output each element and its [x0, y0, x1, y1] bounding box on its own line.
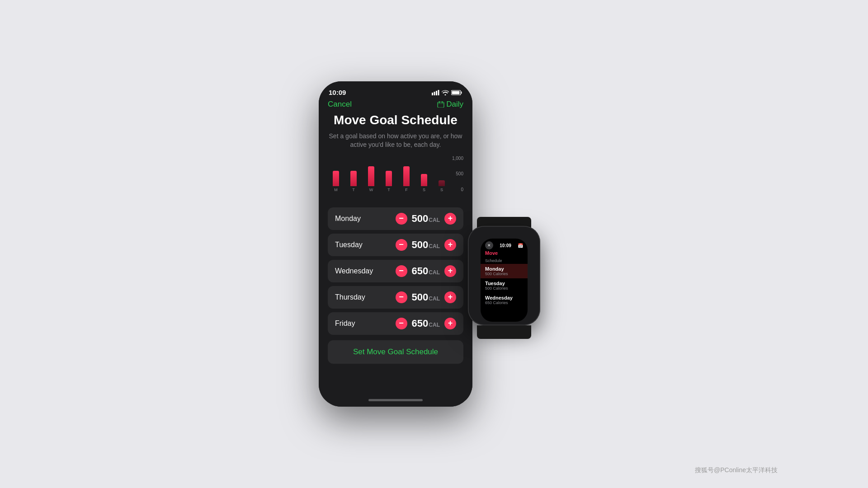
bar-sunday: S: [434, 156, 450, 192]
svg-rect-6: [452, 91, 460, 94]
chart-label-500: 500: [456, 171, 463, 176]
wednesday-increase-button[interactable]: +: [444, 265, 456, 277]
friday-label: Friday: [335, 319, 355, 328]
watch-move-label: Move: [481, 250, 528, 258]
friday-increase-button[interactable]: +: [444, 318, 456, 329]
wednesday-value: 650: [412, 265, 429, 277]
watch-schedule-list: Monday 500 Calories Tuesday 500 Calories…: [481, 264, 528, 322]
tuesday-label: Tuesday: [335, 241, 363, 249]
watch-close-button[interactable]: ✕: [485, 241, 493, 249]
friday-calories: − 650 CAL +: [396, 318, 456, 329]
watch-screen: ✕ 10:09 📅 Move Schedule Monday 500 Calor…: [481, 239, 528, 322]
thursday-value: 500: [412, 291, 429, 303]
bar-thursday: T: [381, 156, 397, 192]
monday-unit: CAL: [429, 217, 440, 223]
tuesday-decrease-button[interactable]: −: [396, 239, 407, 251]
status-bar: 10:09: [319, 83, 472, 98]
tuesday-calories: − 500 CAL +: [396, 239, 456, 251]
friday-unit: CAL: [429, 322, 440, 328]
svg-rect-9: [442, 101, 443, 103]
watch-status-bar: ✕ 10:09 📅: [481, 239, 528, 250]
svg-rect-2: [436, 91, 437, 95]
nav-bar: Cancel Daily: [319, 98, 472, 113]
wednesday-calories: − 650 CAL +: [396, 265, 456, 277]
chart-bars: M T W T: [328, 156, 450, 192]
status-time: 10:09: [329, 89, 346, 96]
status-icons: [432, 90, 462, 95]
bar-wednesday: W: [363, 156, 379, 192]
svg-rect-3: [438, 90, 439, 95]
daily-label: Daily: [446, 100, 463, 109]
scene: 10:09: [319, 81, 549, 407]
chart-label-1000: 1,000: [452, 156, 463, 161]
thursday-increase-button[interactable]: +: [444, 291, 456, 303]
wednesday-row: Wednesday − 650 CAL +: [328, 260, 463, 282]
thursday-decrease-button[interactable]: −: [396, 291, 407, 303]
tuesday-unit: CAL: [429, 243, 440, 249]
page-title: Move Goal Schedule: [328, 113, 463, 127]
monday-calories: − 500 CAL +: [396, 213, 456, 225]
watch-monday-day: Monday: [485, 266, 523, 272]
chart-label-0: 0: [461, 187, 463, 192]
signal-icon: [432, 90, 439, 95]
page-subtitle: Set a goal based on how active you are, …: [328, 132, 463, 150]
iphone: 10:09: [319, 81, 472, 407]
home-bar: [368, 399, 423, 401]
watch-calendar-icon: 📅: [518, 243, 523, 248]
watch-time: 10:09: [500, 243, 511, 248]
apple-watch: ✕ 10:09 📅 Move Schedule Monday 500 Calor…: [459, 217, 549, 325]
svg-rect-5: [461, 91, 462, 94]
monday-row: Monday − 500 CAL +: [328, 207, 463, 230]
friday-row: Friday − 650 CAL +: [328, 312, 463, 335]
chart-y-labels: 1,000 500 0: [452, 156, 463, 192]
daily-toggle[interactable]: Daily: [437, 100, 463, 109]
bar-monday: M: [328, 156, 344, 192]
svg-rect-10: [438, 103, 444, 104]
watch-tuesday-cal: 500 Calories: [485, 286, 523, 291]
watch-schedule-label: Schedule: [481, 258, 528, 264]
monday-decrease-button[interactable]: −: [396, 213, 407, 225]
watch-wednesday-day: Wednesday: [485, 295, 523, 300]
wednesday-decrease-button[interactable]: −: [396, 265, 407, 277]
thursday-row: Thursday − 500 CAL +: [328, 286, 463, 309]
cancel-button[interactable]: Cancel: [328, 100, 352, 109]
watch-band-bottom: [477, 325, 531, 339]
svg-rect-1: [434, 92, 435, 95]
svg-rect-0: [432, 93, 433, 95]
set-move-goal-schedule-button[interactable]: Set Move Goal Schedule: [328, 340, 463, 364]
watermark: 搜狐号@PConline太平洋科技: [695, 466, 778, 474]
svg-rect-8: [439, 101, 440, 103]
tuesday-row: Tuesday − 500 CAL +: [328, 234, 463, 256]
iphone-screen: 10:09: [319, 81, 472, 407]
watch-monday-item: Monday 500 Calories: [481, 264, 528, 278]
bar-saturday: S: [416, 156, 432, 192]
thursday-label: Thursday: [335, 293, 365, 301]
thursday-calories: − 500 CAL +: [396, 291, 456, 303]
calendar-icon: [437, 101, 444, 108]
wifi-icon: [442, 90, 449, 95]
watch-tuesday-item: Tuesday 500 Calories: [481, 278, 528, 293]
watch-monday-cal: 500 Calories: [485, 272, 523, 276]
watch-wednesday-cal: 650 Calories: [485, 300, 523, 305]
watch-wednesday-item: Wednesday 650 Calories: [481, 293, 528, 307]
bar-friday: F: [398, 156, 415, 192]
wednesday-label: Wednesday: [335, 267, 373, 275]
monday-label: Monday: [335, 215, 361, 223]
battery-icon: [451, 90, 462, 95]
bar-tuesday: T: [345, 156, 362, 192]
watch-tuesday-day: Tuesday: [485, 281, 523, 286]
tuesday-increase-button[interactable]: +: [444, 239, 456, 251]
thursday-unit: CAL: [429, 296, 440, 302]
monday-increase-button[interactable]: +: [444, 213, 456, 225]
tuesday-value: 500: [412, 239, 429, 251]
monday-value: 500: [412, 213, 429, 225]
watch-case: ✕ 10:09 📅 Move Schedule Monday 500 Calor…: [468, 226, 540, 325]
friday-decrease-button[interactable]: −: [396, 318, 407, 329]
friday-value: 650: [412, 318, 429, 329]
wednesday-unit: CAL: [429, 269, 440, 276]
content-area: Move Goal Schedule Set a goal based on h…: [319, 113, 472, 393]
svg-rect-7: [438, 102, 444, 108]
home-indicator: [319, 393, 472, 407]
activity-chart: 1,000 500 0 M T: [328, 156, 463, 201]
